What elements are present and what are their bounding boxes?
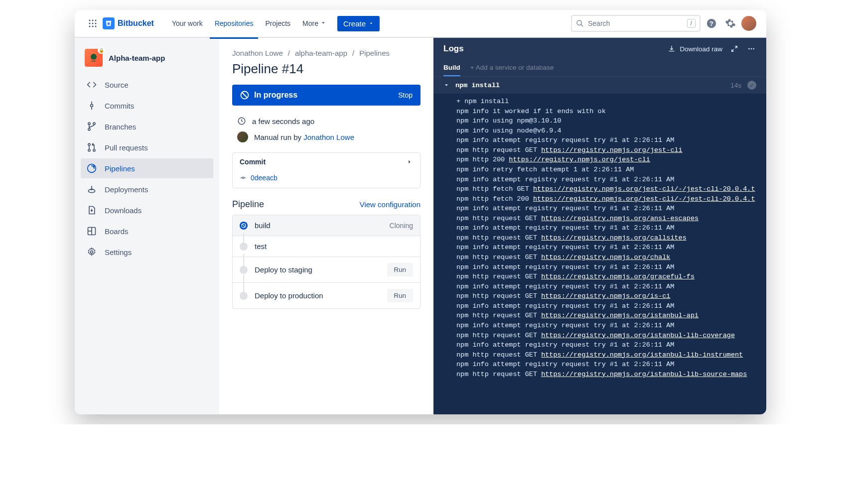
sidebar: 🔒 Alpha-team-app SourceCommitsBranchesPu… xyxy=(75,38,219,414)
svg-point-2 xyxy=(95,20,97,21)
lock-icon: 🔒 xyxy=(98,47,105,54)
profile-avatar[interactable] xyxy=(741,16,756,31)
pipeline-status-bar: In progress Stop xyxy=(232,85,420,106)
top-nav: Bitbucket Your workRepositoriesProjectsM… xyxy=(75,10,766,38)
pipeline-step[interactable]: Deploy to stagingRun xyxy=(233,256,420,282)
search-input-container[interactable]: / xyxy=(571,15,701,32)
log-url-link[interactable]: https://registry.npmjs.org/istanbul-lib-… xyxy=(541,332,735,339)
commit-section: Commit 0deeacb xyxy=(232,152,420,188)
nav-item-more[interactable]: More xyxy=(297,15,331,31)
log-line: npm http request GET https://registry.np… xyxy=(456,370,766,379)
log-output[interactable]: + npm installnpm info it worked if it en… xyxy=(433,94,766,414)
nav-item-your-work[interactable]: Your work xyxy=(167,15,208,31)
svg-point-6 xyxy=(89,26,91,27)
log-url-link[interactable]: https://registry.npmjs.org/istanbul-lib-… xyxy=(541,351,743,359)
deployments-icon xyxy=(87,184,97,194)
page-title: Pipeline #14 xyxy=(232,61,420,77)
log-url-link[interactable]: https://registry.npmjs.org/callsites xyxy=(541,234,687,242)
stage-duration: 14s xyxy=(730,82,741,89)
add-service-button[interactable]: + Add a service or database xyxy=(470,60,554,76)
log-line: npm http request GET https://registry.np… xyxy=(456,291,766,301)
source-icon xyxy=(87,80,97,90)
sidebar-item-downloads[interactable]: Downloads xyxy=(81,200,213,220)
logs-title: Logs xyxy=(443,44,660,54)
search-shortcut: / xyxy=(687,19,696,28)
log-url-link[interactable]: https://registry.npmjs.org/jest-cli xyxy=(541,146,683,154)
breadcrumb-section[interactable]: Pipelines xyxy=(359,49,390,57)
log-url-link[interactable]: https://registry.npmjs.org/istanbul-lib-… xyxy=(541,371,747,378)
sidebar-item-deployments[interactable]: Deployments xyxy=(81,179,213,199)
log-url-link[interactable]: https://registry.npmjs.org/jest-cli xyxy=(509,156,650,163)
step-status-icon xyxy=(240,266,248,274)
log-url-link[interactable]: https://registry.npmjs.org/jest-cli/-/je… xyxy=(533,185,755,193)
product-name: Bitbucket xyxy=(118,19,154,28)
sidebar-item-commits[interactable]: Commits xyxy=(81,96,213,116)
log-line: npm info attempt registry request try #1… xyxy=(456,204,766,214)
svg-point-5 xyxy=(95,23,97,24)
breadcrumb-repo[interactable]: alpha-team-app xyxy=(295,49,347,57)
product-home[interactable]: Bitbucket xyxy=(103,17,154,29)
stop-button[interactable]: Stop xyxy=(398,91,413,99)
log-url-link[interactable]: https://registry.npmjs.org/jest-cli/-/je… xyxy=(533,195,755,203)
log-line: npm info attempt registry request try #1… xyxy=(456,135,766,145)
repo-header[interactable]: 🔒 Alpha-team-app xyxy=(81,49,213,75)
run-step-button[interactable]: Run xyxy=(387,263,413,276)
log-line: npm http request GET https://registry.np… xyxy=(456,145,766,155)
view-configuration-link[interactable]: View configuration xyxy=(360,200,420,209)
svg-point-7 xyxy=(92,26,94,27)
pipeline-time: a few seconds ago xyxy=(252,117,314,126)
create-button[interactable]: Create xyxy=(337,16,380,31)
bitbucket-logo-icon xyxy=(103,17,115,29)
sidebar-item-pipelines[interactable]: Pipelines xyxy=(81,158,213,178)
sidebar-item-pull-requests[interactable]: Pull requests xyxy=(81,137,213,157)
svg-point-3 xyxy=(89,23,91,24)
log-url-link[interactable]: https://registry.npmjs.org/is-ci xyxy=(541,292,670,300)
logs-tab-build[interactable]: Build xyxy=(443,60,460,76)
chevron-down-icon xyxy=(320,20,326,26)
log-line: + npm install xyxy=(456,97,766,107)
step-status-icon xyxy=(240,222,248,230)
stage-status-icon: ✓ xyxy=(747,81,756,90)
download-raw-button[interactable]: Download raw xyxy=(668,45,722,53)
download-icon xyxy=(668,45,676,53)
log-url-link[interactable]: https://registry.npmjs.org/ansi-escapes xyxy=(541,215,699,222)
commits-icon xyxy=(87,101,97,111)
log-url-link[interactable]: https://registry.npmjs.org/graceful-fs xyxy=(541,273,695,280)
app-switcher-icon[interactable] xyxy=(85,15,101,31)
log-line: npm info attempt registry request try #1… xyxy=(456,282,766,292)
commit-hash-link[interactable]: 0deeacb xyxy=(251,174,278,182)
log-line: npm info retry fetch attempt 1 at 2:26:1… xyxy=(456,165,766,175)
pipeline-step[interactable]: buildCloning xyxy=(233,215,420,236)
svg-point-0 xyxy=(89,20,91,21)
breadcrumb: Jonathon Lowe / alpha-team-app / Pipelin… xyxy=(232,49,420,57)
log-line: npm http request GET https://registry.np… xyxy=(456,233,766,243)
help-icon[interactable]: ? xyxy=(703,15,719,31)
svg-point-34 xyxy=(751,48,752,50)
svg-point-33 xyxy=(748,48,750,50)
nav-item-projects[interactable]: Projects xyxy=(260,15,295,31)
triggerer-link[interactable]: Jonathon Lowe xyxy=(303,133,354,141)
log-line: npm info attempt registry request try #1… xyxy=(456,243,766,252)
more-actions-button[interactable] xyxy=(746,45,756,53)
pipeline-section-title: Pipeline xyxy=(232,199,264,210)
breadcrumb-owner[interactable]: Jonathon Lowe xyxy=(232,49,283,57)
pipelines-icon xyxy=(87,163,97,173)
expand-logs-button[interactable] xyxy=(730,45,738,53)
pipeline-step[interactable]: test xyxy=(233,236,420,256)
sidebar-item-settings[interactable]: Settings xyxy=(81,242,213,262)
search-input[interactable] xyxy=(588,19,683,27)
pipeline-step[interactable]: Deploy to productionRun xyxy=(233,282,420,308)
svg-point-29 xyxy=(242,177,244,179)
svg-point-20 xyxy=(88,143,90,145)
run-step-button[interactable]: Run xyxy=(387,289,413,302)
log-url-link[interactable]: https://registry.npmjs.org/istanbul-api xyxy=(541,312,699,319)
sidebar-item-branches[interactable]: Branches xyxy=(81,117,213,136)
commit-toggle[interactable]: Commit xyxy=(233,153,420,171)
settings-icon[interactable] xyxy=(722,15,738,31)
log-stage-header[interactable]: npm install 14s ✓ xyxy=(433,77,766,94)
log-url-link[interactable]: https://registry.npmjs.org/chalk xyxy=(541,253,670,261)
more-icon xyxy=(746,45,756,53)
nav-item-repositories[interactable]: Repositories xyxy=(210,15,259,31)
sidebar-item-boards[interactable]: Boards xyxy=(81,221,213,241)
sidebar-item-source[interactable]: Source xyxy=(81,75,213,95)
